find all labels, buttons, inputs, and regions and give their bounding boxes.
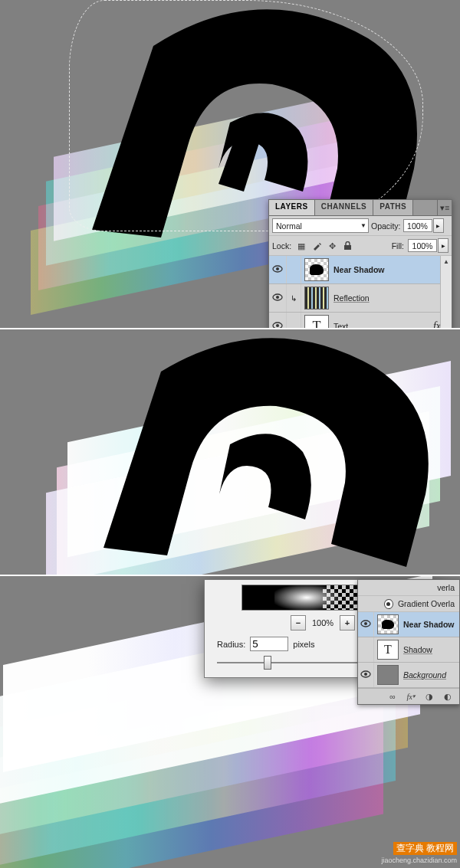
lock-pixels-icon[interactable] (310, 240, 323, 252)
fill-label: Fill: (392, 241, 404, 251)
layer-name[interactable]: Reflection (334, 293, 447, 303)
clip-indicator-icon: ↳ (287, 284, 301, 312)
layer-name[interactable]: Near Shadow (334, 265, 447, 274)
svg-point-10 (364, 673, 367, 676)
eye-icon[interactable] (272, 322, 283, 328)
layer-name[interactable]: Shadow (403, 645, 455, 654)
effect-overlay-name-partial: verla (437, 583, 455, 592)
eye-icon[interactable] (272, 265, 283, 274)
layer-thumb (377, 614, 399, 634)
fill-input[interactable]: 100% (408, 239, 437, 252)
artwork-region-2 (0, 329, 460, 575)
scroll-up-icon[interactable]: ▲ (441, 256, 452, 267)
scrollbar[interactable]: ▲ ▼ (440, 256, 452, 328)
layers-panel[interactable]: LAYERS CHANNELS PATHS ▾≡ Normal ▼ Opacit… (268, 199, 452, 328)
blend-mode-select[interactable]: Normal ▼ (272, 218, 369, 233)
mask-icon[interactable]: ◑ (424, 691, 435, 702)
opacity-input[interactable]: 100% (403, 219, 432, 232)
zoom-out-button[interactable]: − (291, 615, 306, 631)
chevron-down-icon: ▼ (360, 222, 366, 229)
letter-face (0, 329, 460, 575)
adjustment-icon[interactable]: ◐ (442, 691, 453, 702)
svg-point-4 (276, 296, 279, 299)
layer-row-text[interactable]: T Text fx ▾ (269, 313, 452, 328)
layer-row-near-shadow[interactable]: Near Shadow (269, 256, 452, 284)
tab-channels[interactable]: CHANNELS (315, 200, 374, 215)
tab-layers[interactable]: LAYERS (269, 200, 315, 215)
fx-icon[interactable]: fx▾ (406, 691, 416, 702)
effect-gradient-name: Gradient Overla (398, 599, 455, 608)
lock-position-icon[interactable]: ✥ (326, 240, 338, 252)
layer-row-shadow[interactable]: T Shadow (358, 637, 459, 663)
layer-thumb (377, 665, 399, 685)
layer-thumb (304, 258, 329, 281)
lock-label: Lock: (272, 241, 291, 251)
radius-unit: pixels (293, 640, 314, 649)
layer-name[interactable]: Text (334, 322, 433, 328)
opacity-flyout-icon[interactable]: ▶ (433, 218, 444, 233)
svg-point-8 (364, 622, 367, 625)
zoom-in-button[interactable]: + (340, 615, 355, 631)
layer-list: Near Shadow ↳ Reflection (269, 256, 452, 328)
lock-transparency-icon[interactable]: ▦ (295, 240, 307, 252)
layer-name[interactable]: Background (403, 670, 455, 680)
layer-row-near-shadow[interactable]: Near Shadow (358, 612, 459, 637)
layer-row-reflection[interactable]: ↳ Reflection (269, 284, 452, 313)
selection-marquee (69, 0, 423, 231)
artwork-region-1: LAYERS CHANNELS PATHS ▾≡ Normal ▼ Opacit… (0, 0, 460, 328)
eye-icon[interactable] (360, 670, 371, 680)
layer-thumb: T (304, 315, 329, 328)
radius-input[interactable] (250, 637, 288, 651)
tab-paths[interactable]: PATHS (373, 200, 413, 215)
svg-point-6 (276, 324, 279, 327)
panel-footer: ∞ fx▾ ◑ ◐ (358, 688, 459, 704)
panel-menu-icon[interactable]: ▾≡ (437, 200, 452, 215)
zoom-value: 100% (312, 618, 334, 627)
opacity-label: Opacity: (371, 221, 401, 231)
svg-rect-0 (344, 245, 351, 250)
fill-flyout-icon[interactable]: ▶ (438, 238, 449, 253)
slider-thumb[interactable] (264, 656, 271, 670)
layer-name[interactable]: Near Shadow (403, 620, 455, 629)
watermark-text: 查字典 教程网 (393, 842, 457, 854)
layer-thumb: T (377, 640, 399, 660)
eye-icon[interactable] (272, 293, 283, 303)
svg-point-2 (276, 267, 279, 270)
blend-mode-value: Normal (276, 221, 302, 231)
watermark: 查字典 教程网 jiaocheng.chazidian.com (381, 842, 457, 865)
radius-label: Radius: (217, 640, 245, 649)
link-icon[interactable]: ∞ (387, 691, 398, 702)
layers-panel-partial[interactable]: verla Gradient Overla Near Shadow (357, 579, 460, 705)
layer-thumb (304, 287, 329, 310)
layer-row-background[interactable]: Background (358, 663, 459, 688)
effect-row-gradient-overlay[interactable]: Gradient Overla (358, 596, 459, 612)
effect-visibility-icon[interactable] (384, 599, 393, 609)
lock-all-icon[interactable] (341, 240, 353, 252)
watermark-url: jiaocheng.chazidian.com (381, 857, 457, 864)
artwork-region-3: − 100% + Radius: pixels verla Gradient (0, 576, 460, 868)
eye-icon[interactable] (360, 620, 371, 629)
stage: LAYERS CHANNELS PATHS ▾≡ Normal ▼ Opacit… (0, 0, 460, 868)
panel-tabs: LAYERS CHANNELS PATHS ▾≡ (269, 200, 452, 216)
